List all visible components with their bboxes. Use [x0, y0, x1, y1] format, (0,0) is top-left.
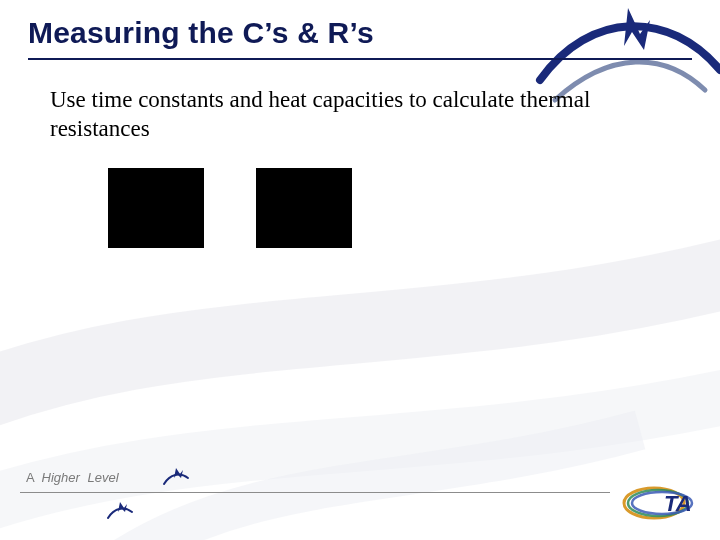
slide: Measuring the C’s & R’s Use time constan… — [0, 0, 720, 540]
title-underline — [28, 58, 692, 60]
tagline-word: A — [26, 470, 34, 485]
logo-text: TA — [664, 491, 692, 516]
page-title: Measuring the C’s & R’s — [28, 16, 692, 50]
tagline-word: Level — [88, 470, 119, 485]
body-text: Use time constants and heat capacities t… — [50, 86, 660, 144]
footer-rule — [20, 492, 610, 493]
equation-placeholder-2 — [256, 168, 352, 248]
footer-tagline: A Higher Level — [26, 470, 119, 485]
ta-logo: TA — [620, 482, 698, 524]
equation-placeholder-1 — [108, 168, 204, 248]
tagline-word: Higher — [42, 470, 80, 485]
title-bar: Measuring the C’s & R’s — [28, 16, 692, 60]
footer: A Higher Level — [20, 468, 700, 518]
background-swoosh — [0, 0, 720, 540]
